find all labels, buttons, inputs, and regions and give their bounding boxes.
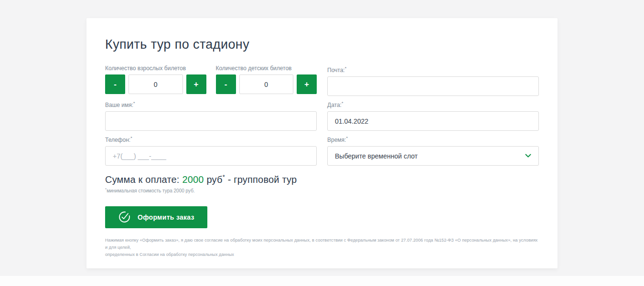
- tickets-column: Количество взрослых билетов - + Количест…: [105, 65, 317, 96]
- adult-tickets-count-input[interactable]: [129, 74, 183, 94]
- adult-tickets-stepper: - +: [105, 74, 206, 94]
- chevron-down-icon: [525, 154, 531, 158]
- time-group: Время:* Выберите временной слот: [327, 135, 539, 166]
- tour-purchase-card: Купить тур по стадиону Количество взросл…: [86, 18, 558, 268]
- time-slot-selected-value: Выберите временной слот: [335, 152, 418, 160]
- phone-group: Телефон:*: [105, 135, 317, 166]
- date-group: Дата:*: [327, 100, 539, 131]
- name-label: Ваше имя:*: [105, 100, 317, 108]
- email-label: Почта:*: [327, 65, 539, 74]
- page-background: Купить тур по стадиону Количество взросл…: [0, 0, 644, 286]
- total-amount-line: Сумма к оплате: 2000 руб* - групповой ту…: [105, 173, 539, 185]
- adult-tickets-decrease-button[interactable]: -: [105, 74, 125, 94]
- name-group: Ваше имя:*: [105, 100, 317, 131]
- minimum-cost-note: *минимальная стоимость тура 2000 руб.: [105, 187, 539, 193]
- legal-disclaimer: Нажимая кнопку «Оформить заказ», я даю с…: [105, 237, 539, 258]
- child-tickets-label: Количество детских билетов: [216, 65, 317, 72]
- check-circle-icon: [118, 211, 131, 223]
- phone-input[interactable]: [105, 146, 317, 166]
- submit-order-button[interactable]: Оформить заказ: [105, 206, 207, 228]
- legal-disclaimer-line2: определенных в Согласии на обработку пер…: [105, 251, 539, 258]
- adult-tickets-group: Количество взрослых билетов - +: [105, 65, 206, 94]
- child-tickets-stepper: - +: [216, 74, 317, 94]
- child-tickets-count-input[interactable]: [239, 74, 294, 94]
- date-label: Дата:*: [327, 100, 539, 108]
- form-row-1: Количество взрослых билетов - + Количест…: [105, 65, 539, 96]
- adult-tickets-increase-button[interactable]: +: [186, 74, 206, 94]
- total-amount-value: 2000: [182, 174, 204, 185]
- child-tickets-decrease-button[interactable]: -: [216, 74, 236, 94]
- name-input[interactable]: [105, 111, 317, 131]
- time-label: Время:*: [327, 135, 539, 143]
- footer-strip: [0, 276, 644, 286]
- date-input[interactable]: [327, 111, 539, 131]
- form-row-2: Ваше имя:* Дата:*: [105, 100, 539, 131]
- submit-order-label: Оформить заказ: [138, 213, 194, 221]
- child-tickets-increase-button[interactable]: +: [297, 74, 317, 94]
- child-tickets-group: Количество детских билетов - +: [216, 65, 317, 94]
- page-title: Купить тур по стадиону: [105, 37, 539, 52]
- adult-tickets-label: Количество взрослых билетов: [105, 65, 206, 72]
- phone-label: Телефон:*: [105, 135, 317, 143]
- legal-disclaimer-line1: Нажимая кнопку «Оформить заказ», я даю с…: [105, 237, 539, 251]
- email-group: Почта:*: [327, 65, 539, 96]
- form-row-3: Телефон:* Время:* Выберите временной сло…: [105, 135, 539, 166]
- email-input[interactable]: [327, 76, 539, 96]
- time-slot-select[interactable]: Выберите временной слот: [327, 146, 539, 166]
